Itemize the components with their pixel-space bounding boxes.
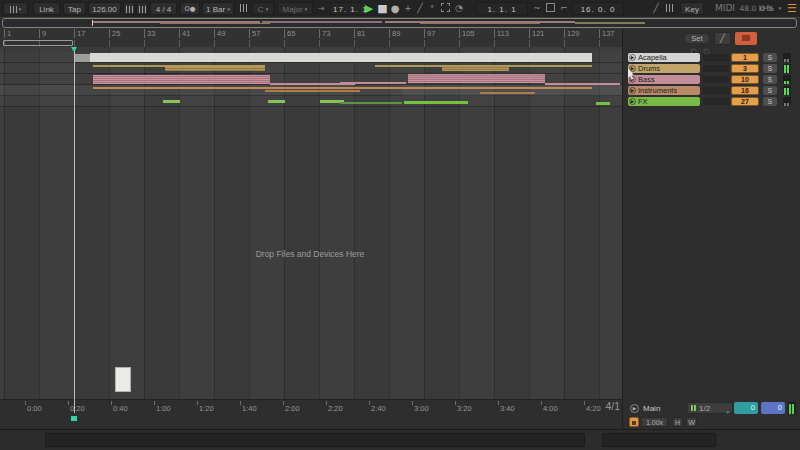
track-io-slot[interactable] — [703, 87, 729, 94]
track-name-chip[interactable]: ▶Instruments — [628, 86, 700, 95]
send-a-value[interactable]: 0 — [734, 402, 758, 414]
arrangement-record-button[interactable] — [735, 32, 757, 45]
scale-root-selector[interactable]: C ▾ — [252, 2, 274, 15]
highlight-button[interactable]: * — [427, 2, 437, 15]
track-name-chip[interactable]: ▶FX — [628, 97, 700, 106]
bar-number: 33 — [144, 29, 155, 38]
clip[interactable] — [75, 54, 90, 62]
stop-button[interactable]: ■ — [376, 2, 389, 15]
track-number[interactable]: 1 — [731, 53, 759, 62]
cpu-menu[interactable]: ▾ — [776, 2, 784, 15]
overview-clip — [575, 22, 645, 24]
scale-name-selector[interactable]: Major ▾ — [277, 2, 313, 15]
add-button[interactable]: + — [403, 2, 413, 15]
track-header-row: ▶FX27S — [623, 96, 800, 107]
track-play-icon[interactable]: ▶ — [629, 76, 636, 83]
track-play-icon[interactable]: ▶ — [629, 87, 636, 94]
set-loop-button[interactable]: Set — [684, 33, 710, 44]
loop-button[interactable] — [544, 2, 557, 15]
time-tick — [412, 401, 413, 405]
zoom-height-button[interactable]: H — [672, 417, 683, 427]
clip[interactable] — [93, 87, 592, 89]
loop-length-display[interactable]: 16. 0. 0 — [572, 2, 624, 15]
overview-clip — [262, 21, 382, 23]
midi-map-button[interactable]: MIDI — [712, 2, 738, 15]
follow-button[interactable]: → — [315, 2, 327, 15]
nudge-down-button[interactable] — [123, 2, 135, 15]
link-button[interactable]: Link — [33, 2, 60, 15]
track-number[interactable]: 10 — [731, 75, 759, 84]
track-number[interactable]: 27 — [731, 97, 759, 106]
clip[interactable] — [163, 100, 180, 103]
loop-start-display[interactable]: 1. 1. 1 — [476, 2, 528, 15]
track-number[interactable]: 3 — [731, 64, 759, 73]
track-play-icon[interactable]: ▶ — [629, 98, 636, 105]
pencil-automation-button[interactable]: ╱ — [714, 32, 731, 45]
zoom-factor-display[interactable]: 1.00x — [641, 417, 668, 427]
track-number[interactable]: 16 — [731, 86, 759, 95]
warp-icon[interactable] — [629, 417, 639, 427]
track-name-chip[interactable]: ▶Bass — [628, 75, 700, 84]
clip[interactable] — [596, 102, 610, 105]
clip[interactable] — [265, 90, 360, 92]
view-layout-selector[interactable]: ▾ — [3, 2, 28, 15]
floating-clip[interactable] — [115, 367, 131, 392]
solo-button[interactable]: S — [763, 97, 777, 106]
time-ruler[interactable]: 0:000:200:401:001:201:402:002:202:403:00… — [0, 399, 622, 430]
draw-mode-button[interactable]: ╱ — [415, 2, 425, 15]
track-name-chip[interactable]: ▶Drums — [628, 64, 700, 73]
cpu-meter[interactable]: 0 % — [756, 2, 778, 15]
send-b-value[interactable]: 0 — [761, 402, 785, 414]
metronome-button[interactable]: O● — [180, 2, 200, 15]
clip[interactable] — [340, 102, 402, 104]
main-track-name[interactable]: Main — [643, 404, 660, 413]
clip[interactable] — [93, 75, 270, 84]
hamburger-menu-icon[interactable]: ☰ — [786, 2, 798, 15]
track-lane[interactable] — [0, 96, 622, 107]
clip[interactable] — [408, 74, 545, 83]
track-name-chip[interactable]: ▶Acapella — [628, 53, 700, 62]
key-map-button[interactable]: Key — [680, 2, 704, 15]
punch-in-button[interactable]: ~ — [532, 2, 542, 15]
pen-tablet-button[interactable]: ╱ — [650, 2, 662, 15]
capture-midi-button[interactable]: ◔ — [453, 2, 465, 15]
track-io-slot[interactable] — [703, 65, 729, 72]
nudge-up-button[interactable] — [136, 2, 148, 15]
track-io-slot[interactable] — [703, 54, 729, 61]
selection-box-button[interactable] — [439, 2, 451, 15]
dashed-square-icon — [441, 3, 450, 12]
track-meter — [783, 97, 791, 106]
overview-view-box[interactable] — [2, 18, 797, 28]
zoom-width-button[interactable]: W — [686, 417, 697, 427]
tempo-field[interactable]: 126.00 — [88, 2, 121, 15]
record-button[interactable]: ● — [389, 2, 401, 15]
clip[interactable] — [480, 65, 592, 67]
punch-out-button[interactable]: ⌐ — [559, 2, 569, 15]
solo-button[interactable]: S — [763, 86, 777, 95]
clip[interactable] — [480, 92, 535, 94]
solo-button[interactable]: S — [763, 75, 777, 84]
grid-ratio-label: 4/1 — [588, 400, 620, 412]
insert-marker-bottom[interactable] — [71, 416, 77, 421]
loop-region-brace[interactable] — [3, 40, 73, 46]
play-button[interactable]: ▶ — [362, 2, 376, 15]
beat-time-ruler[interactable]: 191725334149576573818997105113121129137 — [0, 28, 622, 48]
track-io-slot[interactable] — [703, 76, 729, 83]
time-signature-field[interactable]: 4 / 4 — [150, 2, 177, 15]
clip[interactable] — [165, 67, 265, 71]
bar-number: 129 — [564, 29, 580, 38]
clip[interactable] — [90, 53, 592, 62]
main-track-play-icon[interactable]: ▶ — [630, 404, 639, 413]
solo-button[interactable]: S — [763, 64, 777, 73]
tap-tempo-button[interactable]: Tap — [63, 2, 86, 15]
clip[interactable] — [268, 100, 285, 103]
clip[interactable] — [404, 101, 468, 104]
metronome-interval-menu[interactable]: 1 Bar ▾ — [202, 2, 234, 15]
arrangement-area[interactable] — [0, 47, 622, 399]
solo-button[interactable]: S — [763, 53, 777, 62]
track-play-icon[interactable]: ▶ — [629, 54, 636, 61]
clip[interactable] — [340, 82, 406, 84]
computer-midi-keyboard-button[interactable] — [664, 2, 676, 15]
grid-interval-selector[interactable]: 1/2 ▾ — [687, 402, 733, 414]
track-io-slot[interactable] — [703, 98, 729, 105]
